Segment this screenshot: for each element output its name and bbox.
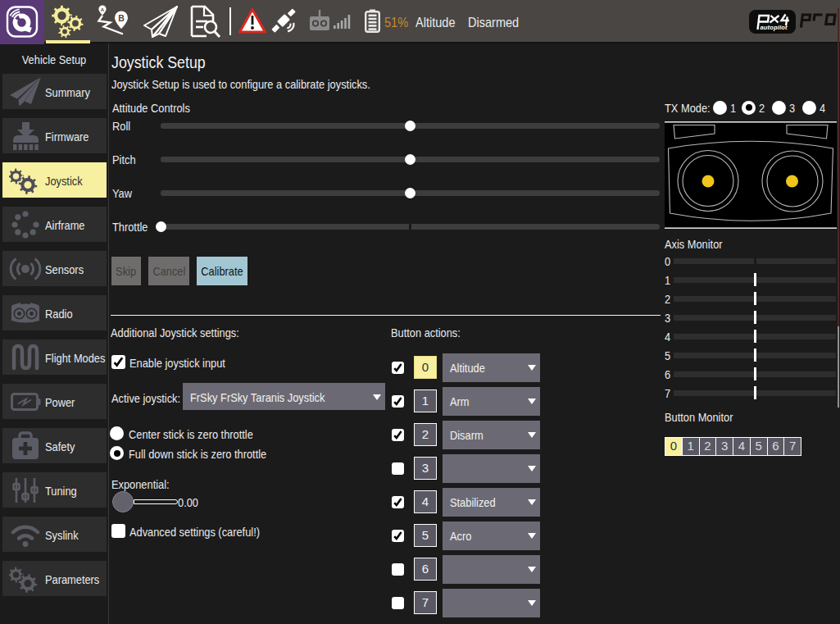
svg-text:B: B xyxy=(118,13,125,23)
svg-text:A: A xyxy=(101,7,105,12)
svg-text:autopilot: autopilot xyxy=(761,24,788,31)
